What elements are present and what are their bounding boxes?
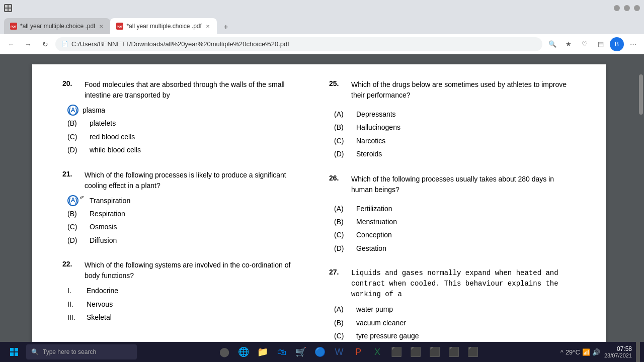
taskbar-app1[interactable]: ⬛ xyxy=(387,343,406,361)
window-controls[interactable] xyxy=(614,5,640,11)
taskbar-app3[interactable]: ⬛ xyxy=(426,343,444,361)
taskbar-cortana[interactable]: ⬤ xyxy=(215,343,233,361)
questions-grid: 20. Food molecules that are absorbed thr… xyxy=(62,79,576,355)
taskbar-left: 🔍 Type here to search xyxy=(4,342,137,362)
option-20-a-circle: (A) xyxy=(67,105,78,116)
question-22-options: I. Endocrine II. Nervous III. Skeletal xyxy=(62,285,304,323)
taskbar-right: ^ 29°C 📶 🔊 07:58 23/07/2021 xyxy=(560,342,640,362)
option-21-c: (C) Osmosis xyxy=(67,221,304,232)
option-21-b-text: Respiration xyxy=(90,208,125,219)
option-26-d-label: (D) xyxy=(334,243,352,254)
option-25-b: (B) Hallucinogens xyxy=(334,122,576,133)
reload-button[interactable]: ↻ xyxy=(38,37,52,51)
profile-button[interactable]: B xyxy=(610,37,624,51)
option-20-b-text: platelets xyxy=(90,118,116,129)
tab-1[interactable]: PDF *all year multiple.choice .pdf ✕ xyxy=(4,18,110,34)
option-27-b-label: (B) xyxy=(334,317,352,328)
question-20-number: 20. xyxy=(62,79,80,87)
option-22-i-label: I. xyxy=(67,285,83,296)
taskbar-amazon[interactable]: 🛒 xyxy=(292,343,310,361)
question-25-header: 25. Which of the drugs below are sometim… xyxy=(329,79,576,101)
option-22-i: I. Endocrine xyxy=(67,285,304,296)
taskbar-search-bar[interactable]: 🔍 Type here to search xyxy=(26,344,137,359)
question-20-text: Food molecules that are absorbed through… xyxy=(85,79,304,101)
option-21-a-text: Transpiration xyxy=(90,195,130,206)
question-20-options: (A) plasma (B) platelets (C) red blood c… xyxy=(62,105,304,156)
taskbar-app5[interactable]: ⬛ xyxy=(464,343,482,361)
bookmark-star-button[interactable]: ★ xyxy=(561,37,576,51)
start-button[interactable] xyxy=(4,342,24,362)
question-22-text: Which of the following systems are invol… xyxy=(85,260,304,281)
question-25-text: Which of the drugs below are sometimes u… xyxy=(351,79,576,101)
option-26-a: (A) Fertilization xyxy=(334,203,576,214)
svg-rect-11 xyxy=(15,352,18,356)
question-20: 20. Food molecules that are absorbed thr… xyxy=(62,79,304,156)
option-20-d-text: while blood cells xyxy=(90,144,141,155)
option-27-a-label: (A) xyxy=(334,304,352,315)
taskbar-store[interactable]: 🛍 xyxy=(273,343,291,361)
question-27-header: 27. Liquids and gases normally expand wh… xyxy=(329,268,576,300)
option-25-c: (C) Narcotics xyxy=(334,135,576,146)
option-21-b-label: (B) xyxy=(67,208,86,219)
svg-text:PDF: PDF xyxy=(11,25,17,28)
taskbar-word[interactable]: W xyxy=(330,343,348,361)
taskbar-chrome[interactable]: 🔵 xyxy=(311,343,329,361)
taskbar-excel[interactable]: X xyxy=(368,343,386,361)
taskbar-powerpoint[interactable]: P xyxy=(349,343,367,361)
clock[interactable]: 07:58 23/07/2021 xyxy=(604,345,632,358)
tab-2-close[interactable]: ✕ xyxy=(205,23,211,30)
question-26-header: 26. Which of the following processes usu… xyxy=(329,174,576,195)
option-25-b-text: Hallucinogens xyxy=(356,122,400,133)
option-21-a: (A) ✏ Transpiration xyxy=(67,195,304,206)
taskbar-app4[interactable]: ⬛ xyxy=(445,343,463,361)
svg-rect-2 xyxy=(5,9,8,11)
option-21-c-text: Osmosis xyxy=(90,221,117,232)
question-26-options: (A) Fertilization (B) Menstruation (C) C… xyxy=(329,203,576,254)
question-27-text: Liquids and gases normally expand when h… xyxy=(351,268,576,300)
volume-icon[interactable]: 🔊 xyxy=(592,348,600,356)
taskbar-edge[interactable]: 🌐 xyxy=(234,343,253,361)
pdf-icon-tab2: PDF xyxy=(116,23,123,30)
option-26-b: (B) Menstruation xyxy=(334,216,576,227)
question-21: 21. Which of the following processes is … xyxy=(62,170,304,246)
option-27-c: (C) tyre pressure gauge xyxy=(334,330,576,341)
scrollbar-thumb[interactable] xyxy=(639,74,643,115)
close-button[interactable] xyxy=(634,5,640,11)
option-25-d-label: (D) xyxy=(334,148,352,159)
network-icon[interactable]: 📶 xyxy=(582,348,590,356)
taskbar-explorer[interactable]: 📁 xyxy=(254,343,272,361)
option-20-b-label: (B) xyxy=(67,118,86,129)
option-27-b: (B) vacuum cleaner xyxy=(334,317,576,328)
back-button[interactable]: ← xyxy=(4,37,18,51)
clock-date: 23/07/2021 xyxy=(604,352,632,358)
tab-2[interactable]: PDF *all year multiple.choice .pdf ✕ xyxy=(110,18,216,34)
settings-button[interactable]: ⋯ xyxy=(626,37,640,51)
question-21-text: Which of the following processes is like… xyxy=(85,170,304,191)
option-22-iii-text: Skeletal xyxy=(87,312,112,323)
taskbar: 🔍 Type here to search ⬤ 🌐 📁 🛍 🛒 🔵 W P X … xyxy=(0,342,644,362)
show-desktop-button[interactable] xyxy=(636,342,640,362)
tab-1-close[interactable]: ✕ xyxy=(98,23,104,30)
nav-bar: ← → ↻ 📄 C:/Users/BENNETT/Downloads/all%2… xyxy=(0,34,644,54)
taskbar-app2[interactable]: ⬛ xyxy=(407,343,425,361)
favorites-button[interactable]: ♡ xyxy=(578,37,592,51)
new-tab-button[interactable]: + xyxy=(219,20,233,34)
option-27-a: (A) water pump xyxy=(334,304,576,315)
option-22-iii-label: III. xyxy=(67,312,83,323)
minimize-button[interactable] xyxy=(614,5,620,11)
option-25-a: (A) Depressants xyxy=(334,109,576,120)
svg-rect-1 xyxy=(9,5,11,8)
question-26-text: Which of the following processes usually… xyxy=(351,174,576,195)
zoom-button[interactable]: 🔍 xyxy=(545,37,559,51)
address-bar[interactable]: 📄 C:/Users/BENNETT/Downloads/all%20year%… xyxy=(55,37,542,51)
forward-button[interactable]: → xyxy=(21,37,35,51)
weather-icon[interactable]: 29°C xyxy=(566,348,580,356)
svg-rect-0 xyxy=(5,5,8,8)
option-21-d-text: Diffusion xyxy=(90,235,117,246)
address-lock-icon: 📄 xyxy=(61,41,68,47)
maximize-button[interactable] xyxy=(624,5,630,11)
option-20-c: (C) red blood cells xyxy=(67,131,304,142)
scrollbar[interactable] xyxy=(638,54,644,362)
chevron-up-icon[interactable]: ^ xyxy=(560,348,564,356)
collections-button[interactable]: ▤ xyxy=(594,37,608,51)
